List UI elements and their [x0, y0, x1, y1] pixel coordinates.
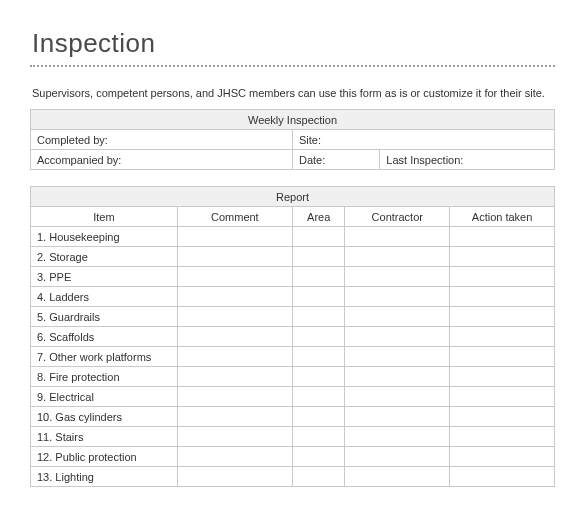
empty-cell [450, 287, 555, 307]
empty-cell [450, 227, 555, 247]
empty-cell [292, 267, 344, 287]
empty-cell [177, 467, 292, 487]
item-cell: 3. PPE [31, 267, 178, 287]
empty-cell [450, 347, 555, 367]
empty-cell [450, 327, 555, 347]
last-inspection-label: Last Inspection: [380, 150, 555, 170]
empty-cell [345, 307, 450, 327]
weekly-inspection-table: Weekly Inspection Completed by: Site: Ac… [30, 109, 555, 170]
empty-cell [292, 367, 344, 387]
empty-cell [450, 467, 555, 487]
intro-text: Supervisors, competent persons, and JHSC… [32, 87, 555, 99]
heading-section: Inspection [30, 28, 555, 67]
report-table: Report Item Comment Area Contractor Acti… [30, 186, 555, 487]
empty-cell [292, 307, 344, 327]
empty-cell [292, 387, 344, 407]
empty-cell [345, 347, 450, 367]
col-contractor: Contractor [345, 207, 450, 227]
empty-cell [177, 307, 292, 327]
table-row: 13. Lighting [31, 467, 555, 487]
empty-cell [345, 227, 450, 247]
item-cell: 5. Guardrails [31, 307, 178, 327]
item-cell: 10. Gas cylinders [31, 407, 178, 427]
item-cell: 6. Scaffolds [31, 327, 178, 347]
accompanied-by-label: Accompanied by: [31, 150, 293, 170]
empty-cell [177, 387, 292, 407]
empty-cell [292, 447, 344, 467]
empty-cell [450, 427, 555, 447]
table-row: 7. Other work platforms [31, 347, 555, 367]
table-row: 1. Housekeeping [31, 227, 555, 247]
empty-cell [450, 367, 555, 387]
item-cell: 9. Electrical [31, 387, 178, 407]
empty-cell [345, 387, 450, 407]
item-cell: 1. Housekeeping [31, 227, 178, 247]
empty-cell [450, 387, 555, 407]
empty-cell [345, 367, 450, 387]
table-row: 2. Storage [31, 247, 555, 267]
divider [30, 65, 555, 67]
item-cell: 11. Stairs [31, 427, 178, 447]
table-row: 8. Fire protection [31, 367, 555, 387]
empty-cell [177, 407, 292, 427]
item-cell: 4. Ladders [31, 287, 178, 307]
table-row: 4. Ladders [31, 287, 555, 307]
empty-cell [177, 247, 292, 267]
item-cell: 13. Lighting [31, 467, 178, 487]
table-row: 5. Guardrails [31, 307, 555, 327]
empty-cell [292, 227, 344, 247]
table-row: 12. Public protection [31, 447, 555, 467]
empty-cell [177, 287, 292, 307]
col-comment: Comment [177, 207, 292, 227]
table-row: 3. PPE [31, 267, 555, 287]
empty-cell [450, 267, 555, 287]
report-header: Report [31, 187, 555, 207]
empty-cell [177, 227, 292, 247]
col-item: Item [31, 207, 178, 227]
page: Inspection Supervisors, competent person… [0, 0, 585, 487]
empty-cell [292, 347, 344, 367]
empty-cell [177, 267, 292, 287]
empty-cell [292, 407, 344, 427]
empty-cell [177, 327, 292, 347]
col-area: Area [292, 207, 344, 227]
empty-cell [345, 327, 450, 347]
weekly-header: Weekly Inspection [31, 110, 555, 130]
empty-cell [450, 447, 555, 467]
empty-cell [292, 427, 344, 447]
date-label: Date: [292, 150, 379, 170]
empty-cell [450, 407, 555, 427]
empty-cell [292, 287, 344, 307]
empty-cell [177, 427, 292, 447]
table-row: 11. Stairs [31, 427, 555, 447]
empty-cell [345, 267, 450, 287]
empty-cell [345, 447, 450, 467]
empty-cell [450, 307, 555, 327]
item-cell: 12. Public protection [31, 447, 178, 467]
table-row: 10. Gas cylinders [31, 407, 555, 427]
col-action: Action taken [450, 207, 555, 227]
empty-cell [450, 247, 555, 267]
table-row: 9. Electrical [31, 387, 555, 407]
empty-cell [177, 367, 292, 387]
site-label: Site: [292, 130, 554, 150]
empty-cell [292, 327, 344, 347]
item-cell: 8. Fire protection [31, 367, 178, 387]
empty-cell [345, 467, 450, 487]
page-title: Inspection [32, 28, 555, 59]
item-cell: 2. Storage [31, 247, 178, 267]
empty-cell [345, 407, 450, 427]
empty-cell [177, 347, 292, 367]
item-cell: 7. Other work platforms [31, 347, 178, 367]
empty-cell [345, 427, 450, 447]
completed-by-label: Completed by: [31, 130, 293, 150]
empty-cell [292, 247, 344, 267]
empty-cell [345, 247, 450, 267]
empty-cell [177, 447, 292, 467]
empty-cell [292, 467, 344, 487]
empty-cell [345, 287, 450, 307]
table-row: 6. Scaffolds [31, 327, 555, 347]
